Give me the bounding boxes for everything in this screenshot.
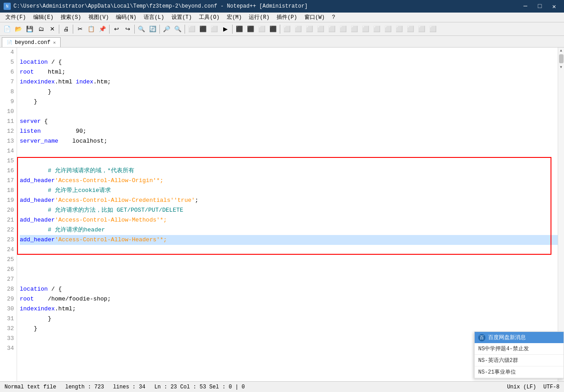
line-number: 22	[2, 225, 14, 235]
menu-window[interactable]: 窗口(W)	[301, 13, 329, 22]
tb-b2[interactable]: ⬛	[198, 24, 208, 35]
tb-save[interactable]: 💾	[24, 24, 35, 35]
line-number: 17	[2, 176, 14, 186]
menu-edit[interactable]: 编辑(E)	[30, 13, 57, 22]
tb-copy[interactable]: 📋	[86, 24, 97, 35]
tb-zoom-in[interactable]: 🔎	[161, 24, 172, 35]
code-line: location / {	[20, 57, 558, 67]
tb-redo[interactable]: ↪	[122, 24, 133, 35]
tab-bar: 📄 beyond.conf ✕	[0, 36, 564, 48]
menu-view[interactable]: 视图(V)	[85, 13, 113, 22]
toolbar-sep-4	[134, 25, 135, 34]
code-line	[20, 274, 558, 284]
tb-print[interactable]: 🖨	[61, 24, 71, 35]
tb-b17[interactable]: ⬜	[371, 24, 382, 35]
notification-popup: 百 百度网盘新消息 NS中学押题4-禁止发 NS-英语六级2群 NS-21事业单…	[474, 331, 564, 379]
tb-b9[interactable]: ⬜	[282, 24, 292, 35]
tb-b19[interactable]: ⬜	[394, 24, 405, 35]
menu-search[interactable]: 搜索(S)	[57, 13, 85, 22]
line-number: 27	[2, 274, 14, 284]
close-button[interactable]: ✕	[548, 1, 560, 11]
notification-item-1[interactable]: NS中学押题4-禁止发	[475, 343, 564, 355]
line-number: 9	[2, 97, 14, 107]
menu-run[interactable]: 运行(R)	[245, 13, 273, 22]
scroll-up-arrow[interactable]: ▲	[559, 48, 563, 53]
line-number: 33	[2, 334, 14, 344]
tb-b11[interactable]: ⬜	[304, 24, 315, 35]
scroll-thumb[interactable]	[559, 54, 564, 63]
tb-b18[interactable]: ⬜	[383, 24, 393, 35]
line-numbers: 4567891011121314151617181920212223242526…	[0, 48, 17, 381]
tb-saveall[interactable]: 🗂	[35, 24, 46, 35]
window-title: C:\Users\Administrator\AppData\Local\Tem…	[13, 3, 308, 9]
tb-b22[interactable]: ⬜	[427, 24, 438, 35]
notification-item-2[interactable]: NS-英语六级2群	[475, 355, 564, 366]
line-number: 13	[2, 136, 14, 146]
tb-replace[interactable]: 🔄	[147, 24, 158, 35]
scroll-down-arrow[interactable]: ▼	[559, 64, 563, 70]
menu-plugins[interactable]: 插件(P)	[273, 13, 301, 22]
menu-macro[interactable]: 宏(M)	[223, 13, 246, 22]
tb-b5[interactable]: ⬛	[234, 24, 245, 35]
code-line	[20, 48, 558, 57]
tb-b4[interactable]: ▶	[220, 24, 231, 35]
tb-b7[interactable]: ⬜	[256, 24, 267, 35]
tb-b20[interactable]: ⬜	[405, 24, 416, 35]
code-line	[20, 245, 558, 255]
tb-close[interactable]: ✕	[47, 24, 57, 35]
code-line: index index.html;	[20, 304, 558, 314]
tb-b1[interactable]: ⬜	[186, 24, 197, 35]
tb-find[interactable]: 🔍	[136, 24, 147, 35]
minimize-button[interactable]: ─	[519, 1, 532, 11]
tab-beyond-conf[interactable]: 📄 beyond.conf ✕	[2, 37, 61, 47]
line-number: 30	[2, 304, 14, 314]
tb-b13[interactable]: ⬜	[326, 24, 337, 35]
code-line: server {	[20, 117, 558, 126]
tb-b3[interactable]: ⬜	[209, 24, 220, 35]
line-number: 29	[2, 294, 14, 304]
tb-b16[interactable]: ⬜	[360, 24, 371, 35]
line-number: 11	[2, 117, 14, 126]
menu-bar: 文件(F) 编辑(E) 搜索(S) 视图(V) 编码(N) 语言(L) 设置(T…	[0, 13, 564, 22]
status-lineending: Unix (LF)	[507, 384, 536, 390]
status-encoding: UTF-8	[543, 384, 560, 390]
menu-tools[interactable]: 工具(O)	[195, 13, 223, 22]
menu-help[interactable]: ?	[328, 13, 339, 22]
tb-zoom-out[interactable]: 🔍	[172, 24, 183, 35]
tab-close-button[interactable]: ✕	[53, 40, 56, 45]
tb-b6[interactable]: ⬛	[245, 24, 256, 35]
tb-b14[interactable]: ⬜	[338, 24, 348, 35]
status-bar: Normal text file length : 723 lines : 34…	[0, 381, 564, 392]
tab-icon: 📄	[7, 40, 12, 45]
tb-new[interactable]: 📄	[2, 24, 13, 35]
code-line: }	[20, 87, 558, 97]
line-number: 15	[2, 156, 14, 166]
tb-b10[interactable]: ⬜	[293, 24, 304, 35]
line-number: 34	[2, 344, 14, 353]
code-line: add_header 'Access-Control-Allow-Origin'…	[20, 176, 558, 186]
tb-paste[interactable]: 📌	[97, 24, 108, 35]
toolbar-sep-7	[232, 25, 233, 34]
line-number: 10	[2, 107, 14, 117]
maximize-button[interactable]: □	[533, 1, 546, 11]
tb-b8[interactable]: ⬛	[268, 24, 278, 35]
tb-b21[interactable]: ⬜	[416, 24, 427, 35]
menu-language[interactable]: 语言(L)	[140, 13, 168, 22]
code-line: server_name localhost;	[20, 136, 558, 146]
status-left: Normal text file length : 723 lines : 34…	[4, 384, 245, 390]
tb-cut[interactable]: ✂	[75, 24, 85, 35]
menu-encoding[interactable]: 编码(N)	[112, 13, 140, 22]
tb-b15[interactable]: ⬜	[349, 24, 360, 35]
code-line: # 允许带上cookie请求	[20, 186, 558, 196]
tb-b12[interactable]: ⬜	[315, 24, 326, 35]
line-number: 4	[2, 48, 14, 57]
tb-open[interactable]: 📂	[13, 24, 24, 35]
line-number: 31	[2, 314, 14, 324]
menu-file[interactable]: 文件(F)	[2, 13, 30, 22]
code-line	[20, 107, 558, 117]
tb-undo[interactable]: ↩	[111, 24, 122, 35]
toolbar-sep-2	[73, 25, 73, 34]
code-line: }	[20, 314, 558, 324]
menu-settings[interactable]: 设置(T)	[168, 13, 196, 22]
notification-item-3[interactable]: NS-21事业单位	[475, 366, 564, 378]
